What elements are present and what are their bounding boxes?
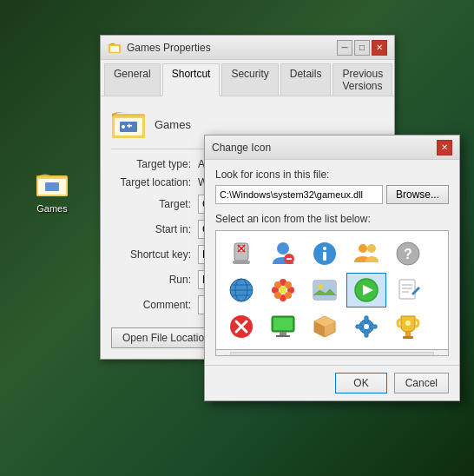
svg-point-40 — [274, 292, 281, 299]
scroll-track[interactable] — [230, 352, 434, 356]
browse-button[interactable]: Browse... — [386, 185, 449, 204]
svg-rect-43 — [313, 281, 336, 300]
dialog-title: Change Icon — [212, 142, 271, 154]
svg-rect-12 — [128, 124, 130, 129]
tab-security[interactable]: Security — [221, 63, 278, 96]
dialog-titlebar: Change Icon ✕ — [205, 136, 459, 160]
icons-label: Select an icon from the list below: — [215, 213, 449, 225]
svg-rect-5 — [110, 46, 119, 52]
icon-cell-10[interactable] — [221, 309, 261, 344]
svg-point-25 — [367, 244, 376, 253]
svg-rect-14 — [233, 261, 250, 264]
svg-point-63 — [364, 324, 369, 329]
svg-rect-47 — [399, 280, 415, 299]
svg-rect-58 — [276, 335, 290, 337]
icons-grid-container: ? — [215, 230, 449, 356]
tab-previous-versions[interactable]: Previous Versions — [332, 63, 392, 96]
icon-cell-14[interactable] — [388, 309, 428, 344]
tab-shortcut[interactable]: Shortcut — [162, 63, 221, 96]
icon-cell-9[interactable] — [388, 273, 428, 307]
shortcut-key-label: Shortcut key: — [111, 248, 198, 261]
titlebar-controls: ─ □ ✕ — [337, 40, 387, 56]
svg-point-10 — [122, 125, 125, 129]
svg-rect-68 — [405, 332, 411, 336]
svg-point-41 — [285, 292, 292, 299]
ok-button[interactable]: OK — [335, 373, 386, 393]
svg-rect-56 — [273, 318, 293, 330]
dialog-content: Look for icons in this file: Browse... S… — [205, 160, 459, 365]
svg-rect-57 — [280, 332, 286, 335]
icon-cell-7[interactable] — [305, 273, 345, 307]
file-label: Look for icons in this file: — [215, 169, 449, 181]
svg-point-70 — [405, 321, 411, 326]
icon-cell-6[interactable] — [263, 273, 303, 307]
tab-details[interactable]: Details — [280, 63, 332, 96]
svg-point-22 — [323, 247, 326, 250]
close-button[interactable]: ✕ — [372, 40, 387, 56]
svg-rect-3 — [45, 182, 59, 191]
start-in-label: Start in: — [111, 223, 198, 235]
change-icon-dialog: Change Icon ✕ Look for icons in this fil… — [204, 135, 460, 401]
icon-cell-12[interactable] — [305, 309, 345, 344]
cancel-button[interactable]: Cancel — [394, 373, 449, 393]
scrollbar-row: ◀ ▶ — [216, 349, 448, 356]
file-path-input[interactable] — [215, 185, 383, 204]
target-type-label: Target type: — [111, 158, 198, 170]
titlebar-left: Games Properties — [108, 41, 211, 55]
run-label: Run: — [111, 274, 198, 286]
target-location-label: Target location: — [111, 176, 198, 188]
svg-point-38 — [274, 281, 281, 288]
icon-cell-11[interactable] — [263, 309, 303, 344]
titlebar-icon — [108, 41, 122, 55]
icon-cell-4[interactable]: ? — [388, 236, 428, 271]
icon-cell-5[interactable] — [221, 273, 261, 307]
svg-rect-67 — [370, 325, 377, 328]
titlebar-title: Games Properties — [127, 42, 211, 54]
icon-cell-13[interactable] — [346, 309, 386, 344]
maximize-button[interactable]: □ — [354, 40, 370, 56]
comment-label: Comment: — [111, 299, 198, 311]
games-icon-large — [35, 165, 69, 200]
dialog-buttons: OK Cancel — [205, 365, 459, 400]
svg-point-24 — [359, 244, 367, 253]
tab-general[interactable]: General — [104, 63, 161, 96]
svg-rect-23 — [323, 252, 326, 261]
scroll-left-arrow[interactable]: ◀ — [220, 353, 227, 357]
svg-rect-66 — [356, 325, 363, 328]
tabs-bar: General Shortcut Security Details Previo… — [101, 60, 394, 96]
svg-point-44 — [318, 284, 323, 289]
scroll-right-arrow[interactable]: ▶ — [438, 353, 444, 357]
svg-point-18 — [277, 242, 289, 255]
icons-grid: ? — [216, 231, 448, 349]
app-icon — [111, 107, 146, 142]
svg-point-39 — [285, 281, 292, 288]
games-window-titlebar: Games Properties ─ □ ✕ — [101, 36, 394, 60]
file-row: Browse... — [215, 185, 449, 204]
svg-point-33 — [280, 287, 286, 294]
app-name: Games — [155, 118, 191, 131]
icon-cell-8[interactable] — [346, 273, 386, 307]
svg-rect-65 — [365, 330, 368, 337]
desktop-icon-games[interactable]: Games — [26, 165, 78, 214]
icon-cell-2[interactable] — [305, 236, 345, 271]
minimize-button[interactable]: ─ — [337, 40, 352, 56]
desktop-icon-label: Games — [36, 203, 67, 214]
svg-rect-69 — [403, 336, 413, 339]
target-label: Target: — [111, 198, 198, 210]
svg-text:?: ? — [404, 247, 412, 261]
dialog-close-button[interactable]: ✕ — [437, 140, 452, 155]
svg-rect-64 — [365, 316, 368, 323]
icon-cell-0[interactable] — [221, 236, 261, 271]
icon-cell-3[interactable] — [346, 236, 386, 271]
icon-cell-1[interactable] — [263, 236, 303, 271]
